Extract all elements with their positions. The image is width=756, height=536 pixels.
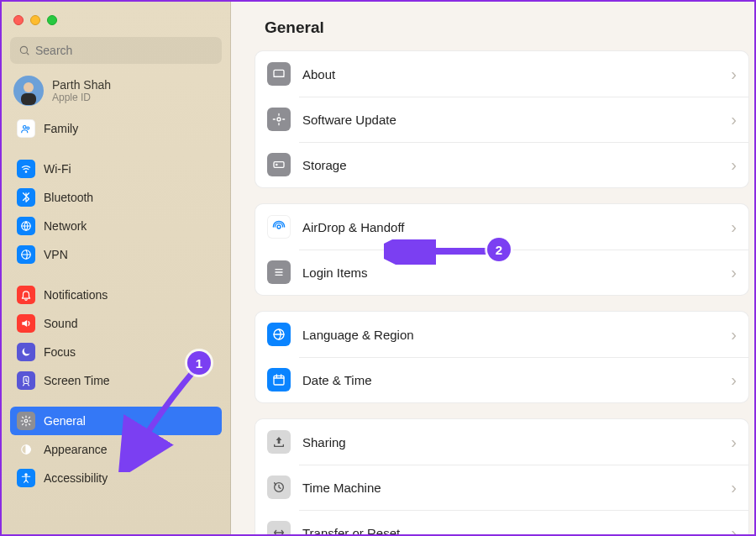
svg-point-5	[24, 126, 27, 129]
fullscreen-icon[interactable]	[47, 15, 57, 25]
svg-point-0	[20, 46, 27, 53]
sidebar-item-label: Network	[44, 219, 87, 233]
sidebar-item-label: VPN	[44, 248, 68, 261]
chevron-right-icon: ›	[731, 264, 737, 281]
minimize-icon[interactable]	[30, 15, 40, 25]
sharing-icon	[267, 430, 291, 454]
row-label: Date & Time	[302, 373, 731, 387]
row-label: Storage	[302, 158, 731, 172]
airdrop-icon	[267, 215, 291, 239]
settings-panel: About›Software Update›Storage›	[255, 50, 749, 188]
svg-point-13	[25, 474, 27, 476]
sidebar-item-label: Screen Time	[44, 374, 110, 387]
row-label: Login Items	[302, 265, 731, 280]
svg-point-7	[25, 171, 27, 173]
sound-icon	[17, 314, 35, 333]
appearance-icon	[17, 440, 35, 459]
sidebar-list: FamilyWi-FiBluetoothNetworkVPNNotificati…	[10, 114, 222, 492]
window-controls	[10, 10, 222, 37]
search-input[interactable]	[35, 44, 213, 57]
row-time-machine[interactable]: Time Machine›	[255, 465, 748, 510]
row-label: Language & Region	[302, 328, 731, 342]
row-sharing[interactable]: Sharing›	[255, 419, 748, 465]
svg-point-18	[277, 225, 281, 229]
chevron-right-icon: ›	[731, 111, 737, 128]
row-label: AirDrop & Handoff	[302, 220, 731, 234]
svg-point-15	[277, 118, 281, 121]
chevron-right-icon: ›	[731, 524, 737, 534]
annotation-badge-1: 1	[187, 351, 211, 375]
content-area: General About›Software Update›Storage›Ai…	[231, 2, 754, 534]
timemachine-icon	[267, 476, 291, 499]
general-icon	[17, 412, 35, 430]
sidebar-item-label: Family	[44, 122, 78, 135]
chevron-right-icon: ›	[731, 371, 737, 388]
avatar	[13, 76, 44, 106]
vpn-icon	[17, 245, 35, 264]
svg-rect-16	[274, 162, 284, 168]
svg-rect-4	[21, 93, 36, 105]
language-icon	[267, 323, 291, 346]
network-icon	[17, 217, 35, 235]
sidebar-item-vpn[interactable]: VPN	[10, 240, 222, 269]
family-icon	[17, 119, 35, 138]
row-storage[interactable]: Storage›	[255, 142, 748, 187]
apple-id-row[interactable]: Parth Shah Apple ID	[10, 64, 222, 114]
row-date-time[interactable]: Date & Time›	[255, 357, 748, 402]
focus-icon	[17, 343, 35, 361]
sidebar-item-label: Sound	[44, 317, 77, 330]
chevron-right-icon: ›	[731, 66, 737, 82]
transfer-icon	[267, 521, 291, 534]
row-about[interactable]: About›	[255, 51, 748, 97]
sidebar-item-network[interactable]: Network	[10, 212, 222, 240]
sidebar-item-label: Bluetooth	[44, 191, 93, 204]
user-name: Parth Shah	[52, 78, 111, 92]
settings-panel: Sharing›Time Machine›Transfer or Reset›	[255, 418, 749, 534]
sidebar-item-label: Notifications	[44, 288, 108, 302]
search-field[interactable]	[10, 37, 222, 64]
page-title: General	[255, 15, 749, 50]
screentime-icon	[17, 371, 35, 390]
row-transfer-or-reset[interactable]: Transfer or Reset›	[255, 510, 748, 534]
chevron-right-icon: ›	[731, 326, 737, 343]
sidebar: Parth Shah Apple ID FamilyWi-FiBluetooth…	[2, 2, 231, 534]
sidebar-item-appearance[interactable]: Appearance	[10, 435, 222, 464]
sidebar-item-general[interactable]: General	[10, 407, 222, 435]
sidebar-item-sound[interactable]: Sound	[10, 309, 222, 338]
sidebar-item-label: General	[44, 414, 86, 428]
user-subtitle: Apple ID	[52, 92, 111, 103]
svg-point-6	[27, 127, 29, 129]
softwareupdate-icon	[267, 108, 291, 131]
svg-point-11	[24, 419, 28, 423]
row-software-update[interactable]: Software Update›	[255, 97, 748, 142]
sidebar-item-label: Wi-Fi	[44, 162, 71, 176]
sidebar-item-label: Appearance	[44, 443, 108, 456]
panels-container: About›Software Update›Storage›AirDrop & …	[255, 50, 749, 534]
annotation-badge-2: 2	[487, 238, 511, 261]
row-label: Transfer or Reset	[302, 526, 731, 535]
row-language-region[interactable]: Language & Region›	[255, 312, 748, 357]
sidebar-item-bluetooth[interactable]: Bluetooth	[10, 183, 222, 212]
chevron-right-icon: ›	[731, 218, 737, 235]
sidebar-item-family[interactable]: Family	[10, 114, 222, 143]
svg-line-1	[27, 53, 29, 55]
chevron-right-icon: ›	[731, 434, 737, 450]
datetime-icon	[267, 368, 291, 391]
row-label: Sharing	[302, 435, 731, 449]
row-label: Software Update	[302, 113, 731, 127]
row-label: About	[302, 67, 731, 81]
sidebar-item-wi-fi[interactable]: Wi-Fi	[10, 155, 222, 183]
sidebar-item-notifications[interactable]: Notifications	[10, 281, 222, 309]
chevron-right-icon: ›	[731, 156, 737, 173]
settings-panel: Language & Region›Date & Time›	[255, 311, 749, 403]
row-label: Time Machine	[302, 481, 731, 495]
search-icon	[18, 45, 30, 56]
settings-window: Parth Shah Apple ID FamilyWi-FiBluetooth…	[2, 2, 754, 534]
sidebar-item-label: Accessibility	[44, 471, 108, 485]
bluetooth-icon	[17, 188, 35, 207]
sidebar-item-accessibility[interactable]: Accessibility	[10, 464, 222, 492]
storage-icon	[267, 153, 291, 176]
svg-point-17	[276, 164, 277, 165]
close-icon[interactable]	[13, 15, 24, 25]
svg-point-3	[24, 82, 34, 92]
